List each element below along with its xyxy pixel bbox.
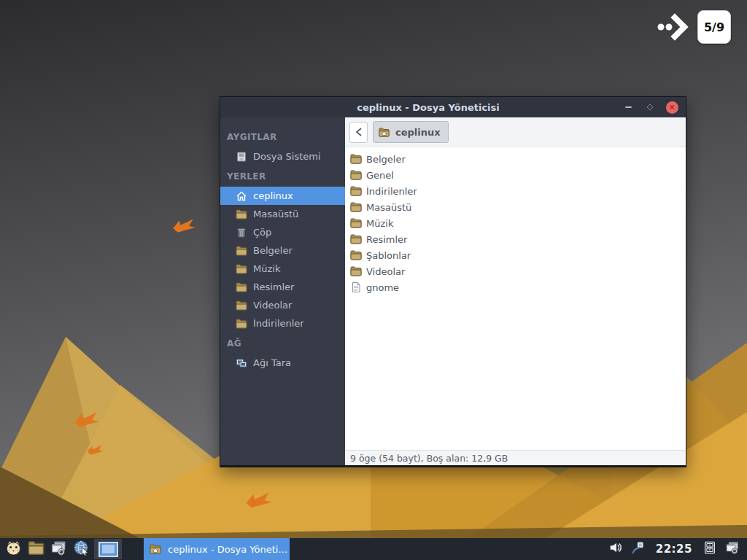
sidebar-item-label: Videolar: [253, 300, 292, 311]
launcher-file-manager[interactable]: [25, 539, 47, 559]
folder-icon: [350, 265, 362, 277]
next-step-arrow-icon: [657, 11, 690, 43]
folder-icon: [236, 245, 247, 257]
step-counter-badge: 5/9: [697, 10, 731, 44]
sidebar-item-ceplinux[interactable]: ceplinux: [220, 187, 345, 205]
network-icon: [236, 357, 247, 369]
file-item[interactable]: Müzik: [350, 215, 686, 231]
sidebar-section-header: YERLER: [220, 166, 345, 187]
folder-icon: [350, 249, 362, 261]
tutorial-step-overlay: 5/9: [657, 10, 731, 44]
file-list[interactable]: BelgelerGenelİndirilenlerMasaüstüMüzikRe…: [345, 147, 686, 450]
close-button[interactable]: ✕: [664, 99, 680, 115]
sidebar-item-label: İndirilenler: [253, 318, 304, 329]
file-item[interactable]: gnome: [350, 279, 686, 295]
tray-network[interactable]: [630, 541, 646, 557]
workspace-thumbnail[interactable]: [98, 542, 118, 557]
sidebar-section-header: AYGITLAR: [220, 126, 345, 147]
file-name: Videolar: [366, 266, 405, 277]
task-button-label: ceplinux - Dosya Yöneti...: [168, 544, 287, 555]
window-app-folder-icon: [229, 101, 242, 113]
launcher-menu[interactable]: [2, 539, 25, 559]
file-item[interactable]: Belgeler: [350, 151, 686, 167]
folder-icon: [350, 201, 362, 213]
globe-icon: [73, 540, 90, 559]
folder-icon: [350, 153, 362, 165]
minimize-button[interactable]: [620, 99, 636, 115]
folder-icon: [350, 185, 362, 197]
cat-menu-icon: [5, 540, 22, 559]
sidebar-section-header: AĞ: [220, 332, 345, 354]
drawer-icon: [703, 540, 717, 558]
file-item[interactable]: Şablonlar: [350, 247, 686, 263]
windows-camera-icon: [50, 540, 67, 559]
home-outline-icon: [236, 190, 247, 202]
system-tray: 22:25: [608, 541, 745, 557]
path-label: ceplinux: [395, 127, 441, 138]
file-item[interactable]: Resimler: [350, 231, 686, 247]
sidebar-item-belgeler[interactable]: Belgeler: [220, 241, 345, 260]
launcher-area: [2, 539, 93, 559]
sidebar-item-cop[interactable]: Çöp: [220, 223, 345, 241]
sidebar-item-label: Resimler: [253, 281, 294, 292]
tray-windows-camera[interactable]: [724, 541, 740, 557]
status-text: 9 öge (54 bayt), Boş alan: 12,9 GB: [350, 453, 508, 464]
sidebar-item-indirilenler[interactable]: İndirilenler: [220, 314, 345, 332]
file-name: Belgeler: [366, 154, 406, 165]
status-bar: 9 öge (54 bayt), Boş alan: 12,9 GB: [345, 450, 686, 465]
launcher-web-browser[interactable]: [70, 539, 93, 559]
launcher-display-settings[interactable]: [47, 539, 70, 559]
sidebar-item-resimler[interactable]: Resimler: [220, 278, 345, 296]
folder-icon: [350, 217, 362, 229]
sidebar-item-agi-tara[interactable]: Ağı Tara: [220, 354, 345, 372]
tray-drawer[interactable]: [702, 541, 718, 557]
windows-camera-icon: [725, 540, 740, 558]
sidebar-item-masaustu[interactable]: Masaüstü: [220, 205, 345, 223]
drive-icon: [236, 151, 247, 163]
taskbar-window-button[interactable]: ceplinux - Dosya Yöneti...: [144, 538, 290, 560]
file-name: İndirilenler: [366, 186, 417, 197]
chevron-left-icon: [355, 128, 363, 136]
sidebar-item-videolar[interactable]: Videolar: [220, 296, 345, 314]
file-name: Genel: [366, 170, 394, 181]
home-folder-icon: [379, 127, 391, 138]
folder-icon: [350, 169, 362, 181]
sidebar-item-dosya-sistemi[interactable]: Dosya Sistemi: [220, 147, 345, 166]
workspace-pager[interactable]: [94, 539, 122, 559]
file-item[interactable]: Videolar: [350, 263, 686, 279]
folder-icon: [350, 233, 362, 245]
close-icon: ✕: [666, 101, 678, 114]
file-manager-window: ceplinux - Dosya Yöneticisi ✕ AYGITLARDo…: [220, 96, 686, 467]
window-title: ceplinux - Dosya Yöneticisi: [242, 102, 614, 113]
folder-icon: [236, 281, 247, 293]
sidebar-item-label: Ağı Tara: [253, 357, 291, 368]
file-name: Şablonlar: [366, 250, 411, 261]
clock[interactable]: 22:25: [656, 542, 692, 556]
file-name: Müzik: [366, 218, 393, 229]
trash-icon: [236, 227, 247, 238]
tray-volume[interactable]: [608, 541, 624, 557]
file-item[interactable]: Masaüstü: [350, 199, 686, 215]
file-name: gnome: [366, 282, 399, 293]
maximize-button[interactable]: [642, 99, 658, 115]
folder-icon: [28, 540, 44, 559]
folder-icon: [236, 209, 247, 220]
sidebar-item-label: Müzik: [253, 263, 280, 274]
sidebar-item-muzik[interactable]: Müzik: [220, 260, 345, 278]
file-item[interactable]: İndirilenler: [350, 183, 686, 199]
back-button[interactable]: [349, 122, 368, 143]
path-bar-current-folder[interactable]: ceplinux: [373, 121, 449, 143]
folder-icon: [236, 318, 247, 330]
sidebar-item-label: Dosya Sistemi: [253, 151, 321, 162]
toolbar: ceplinux: [345, 117, 686, 147]
sidebar-item-label: Belgeler: [253, 245, 293, 256]
sidebar-item-label: ceplinux: [253, 190, 293, 201]
sidebar-item-label: Çöp: [253, 227, 271, 238]
places-sidebar: AYGITLARDosya SistemiYERLERceplinuxMasaü…: [220, 117, 345, 465]
file-item[interactable]: Genel: [350, 167, 686, 183]
home-folder-icon: [150, 543, 163, 555]
file-name: Masaüstü: [366, 202, 411, 213]
folder-icon: [236, 300, 247, 311]
network-plug-icon: [631, 540, 646, 558]
window-titlebar[interactable]: ceplinux - Dosya Yöneticisi ✕: [220, 97, 686, 117]
